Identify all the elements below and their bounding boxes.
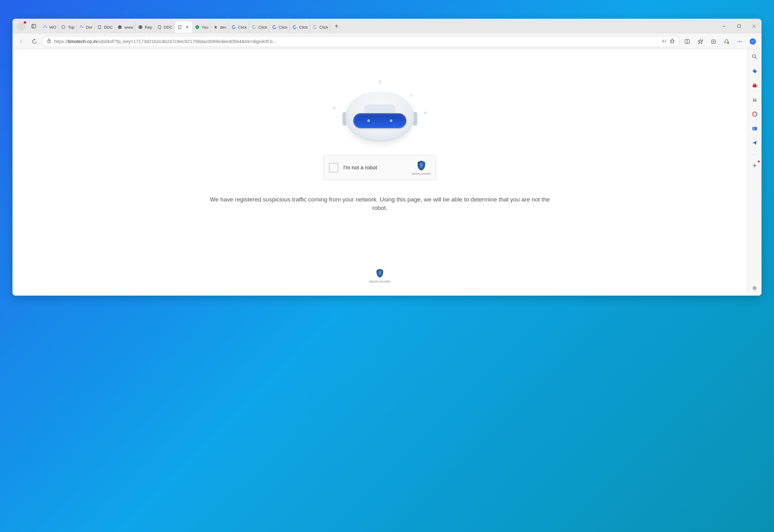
shield-icon (375, 268, 384, 278)
tab-label: Click (259, 25, 267, 30)
svg-rect-24 (48, 41, 50, 43)
tab[interactable]: dex (211, 22, 229, 33)
reload-icon (292, 25, 297, 30)
svg-point-35 (739, 41, 740, 42)
svg-rect-17 (178, 26, 181, 29)
tab-label: You (202, 25, 209, 30)
captcha-checkbox[interactable] (329, 163, 338, 172)
svg-rect-43 (753, 99, 754, 102)
tab[interactable]: WO (40, 22, 58, 33)
tab-label: Click (279, 25, 288, 30)
svg-rect-42 (754, 84, 756, 85)
suspicious-message: We have registered suspicious traffic co… (208, 196, 551, 212)
tab-label: WO (49, 25, 56, 30)
svg-point-7 (81, 26, 82, 27)
collections-icon[interactable] (708, 36, 719, 47)
captcha-label: I'm not a robot (343, 165, 412, 171)
shopping-tag-icon[interactable] (750, 67, 759, 75)
tab[interactable]: Click (269, 22, 290, 33)
add-sidebar-icon[interactable] (750, 161, 759, 170)
browser-essentials-icon[interactable] (721, 36, 732, 47)
tab-label: www (124, 25, 133, 30)
tab-label: DDC (104, 25, 113, 30)
tab[interactable]: Top (58, 22, 76, 33)
tab[interactable]: Click (290, 22, 310, 33)
favicon-icon (61, 25, 66, 30)
reload-icon (272, 25, 277, 30)
tab-label: DDC (164, 25, 172, 30)
copilot-icon[interactable] (747, 36, 758, 47)
robot-illustration: × (330, 77, 430, 149)
reload-icon (312, 25, 317, 30)
svg-point-5 (62, 26, 65, 29)
favicon-icon (42, 25, 47, 30)
back-button[interactable] (16, 36, 27, 47)
page-icon (177, 25, 182, 30)
svg-point-33 (728, 42, 729, 44)
tab[interactable]: Der (76, 22, 94, 33)
globe-icon (117, 25, 122, 30)
tab-label: Click (299, 25, 308, 30)
tab-actions-icon[interactable] (29, 21, 39, 31)
microsoft365-icon[interactable] (750, 110, 759, 118)
svg-point-3 (45, 26, 46, 27)
page-icon (157, 25, 162, 30)
window-controls (717, 20, 762, 32)
tab-label: Click (319, 25, 328, 30)
globe-icon (138, 25, 143, 30)
tools-icon[interactable] (750, 81, 759, 90)
tab[interactable]: Y You (192, 22, 211, 33)
edge-sidebar (747, 49, 762, 296)
favicon-icon: Y (195, 25, 200, 30)
content-area: × I'm not a robot DDOS-GUARD (12, 49, 762, 296)
svg-line-39 (755, 57, 757, 59)
site-security-icon[interactable] (46, 38, 51, 45)
svg-rect-16 (158, 26, 161, 29)
tab[interactable]: Click (249, 22, 269, 33)
outlook-icon[interactable] (750, 124, 759, 133)
profile-avatar[interactable] (17, 22, 26, 31)
favorite-star-icon[interactable] (670, 38, 675, 45)
new-tab-button[interactable]: + (331, 21, 341, 31)
maximize-button[interactable] (732, 20, 747, 32)
tab[interactable]: Click (229, 22, 249, 33)
page-content: × I'm not a robot DDOS-GUARD (12, 49, 747, 296)
read-aloud-icon[interactable]: A (661, 38, 667, 45)
send-icon[interactable] (750, 138, 759, 147)
tab-label: Der (86, 25, 92, 30)
reload-button[interactable] (29, 36, 40, 47)
address-bar[interactable]: https://timotech.co.in/sdsf4sf/?lp_key=1… (42, 36, 680, 47)
more-menu-icon[interactable] (734, 36, 745, 47)
reload-icon (252, 25, 257, 30)
svg-point-2 (43, 27, 44, 28)
games-icon[interactable] (750, 95, 759, 104)
svg-point-34 (738, 41, 739, 42)
svg-text:Y: Y (196, 26, 198, 29)
search-icon[interactable] (750, 52, 759, 61)
tab-active[interactable]: ✕ (175, 22, 192, 33)
tab[interactable]: Rep (135, 22, 154, 33)
svg-rect-21 (738, 25, 741, 28)
tab[interactable]: Click (310, 22, 330, 33)
svg-point-6 (80, 27, 81, 28)
settings-icon[interactable] (750, 284, 759, 293)
close-tab-icon[interactable]: ✕ (185, 25, 190, 30)
tab[interactable]: DDC (94, 22, 115, 33)
tab-label: dex (220, 25, 227, 30)
toolbar-icons (682, 36, 758, 47)
favorites-icon[interactable] (695, 36, 706, 47)
svg-point-45 (752, 112, 757, 116)
tab[interactable]: www (115, 22, 135, 33)
tab[interactable]: DDC (154, 22, 175, 33)
minimize-button[interactable] (717, 20, 732, 32)
svg-rect-9 (98, 26, 101, 29)
captcha-brand-text: DDOS-GUARD (412, 172, 431, 175)
split-screen-icon[interactable] (682, 36, 693, 47)
svg-rect-44 (755, 99, 756, 102)
url-text: https://timotech.co.in/sdsf4sf/?lp_key=1… (54, 39, 659, 44)
close-window-button[interactable] (747, 20, 762, 32)
svg-rect-0 (32, 24, 36, 28)
captcha-brand: DDOS-GUARD (412, 160, 431, 175)
tab-label: Click (238, 25, 247, 30)
svg-text:A: A (662, 39, 665, 43)
